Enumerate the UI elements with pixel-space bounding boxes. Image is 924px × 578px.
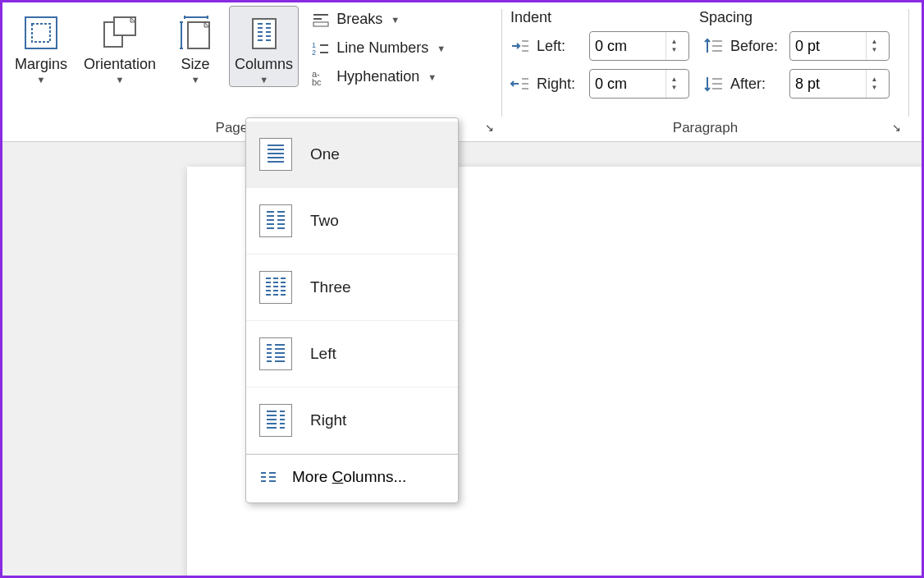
page-setup-launcher[interactable]: ↘ [482,122,496,136]
indent-left-input[interactable] [590,32,666,60]
indent-left-label: Left: [537,38,583,55]
indent-right-spinner[interactable]: ▲▼ [589,69,689,99]
more-columns-button[interactable]: More Columns... [246,454,458,499]
indent-left-icon [510,38,530,54]
svg-rect-0 [25,17,57,48]
spinner-up-icon[interactable]: ▲ [666,76,682,84]
indent-right-icon [510,76,530,92]
line-numbers-label: Line Numbers [336,39,428,57]
spacing-before-icon [704,38,724,54]
orientation-icon [99,10,140,56]
spacing-after-icon [704,76,724,92]
chevron-down-icon: ▼ [191,75,200,85]
columns-option-label: Three [310,278,351,296]
spacing-before-label: Before: [730,38,783,55]
two-column-icon [259,204,292,237]
line-numbers-icon: 1 2 [312,40,330,57]
breaks-icon [312,11,330,28]
columns-option-label: Right [310,411,346,429]
columns-button[interactable]: Columns ▼ [229,6,299,87]
right-column-icon [259,404,292,437]
size-icon [176,10,214,56]
paragraph-group: Indent Spacing Left: ▲▼ Before: ▲▼ [502,2,908,141]
more-columns-icon [259,470,277,484]
columns-option-three[interactable]: Three [246,255,458,321]
spacing-before-spinner[interactable]: ▲▼ [789,31,890,61]
spinner-down-icon[interactable]: ▼ [666,84,682,92]
orientation-label: Orientation [84,56,156,73]
margins-label: Margins [15,56,67,73]
margins-icon [22,10,60,56]
one-column-icon [259,138,292,171]
svg-rect-1 [32,24,50,42]
indent-header: Indent [510,9,699,26]
columns-dropdown: One Two Three Left Right More Columns... [245,117,459,503]
svg-text:2: 2 [312,48,316,57]
more-columns-label: More Columns... [292,468,406,486]
spacing-before-input[interactable] [790,32,866,60]
spinner-up-icon[interactable]: ▲ [867,76,882,84]
spinner-down-icon[interactable]: ▼ [867,46,882,54]
three-column-icon [259,271,292,304]
hyphenation-icon: a- bc [312,69,330,85]
columns-option-label: Two [310,212,339,230]
size-button[interactable]: Size ▼ [167,6,224,87]
left-column-icon [259,337,292,370]
spacing-header: Spacing [699,9,752,26]
svg-rect-24 [313,22,328,26]
spacing-after-spinner[interactable]: ▲▼ [789,69,890,99]
orientation-button[interactable]: Orientation ▼ [78,6,162,87]
spinner-down-icon[interactable]: ▼ [867,84,882,92]
columns-icon [248,10,281,56]
document-area [2,142,922,576]
hyphenation-label: Hyphenation [336,68,419,85]
columns-option-label: One [310,145,340,163]
chevron-down-icon: ▼ [437,44,446,53]
size-label: Size [181,56,210,73]
chevron-down-icon: ▼ [391,15,400,25]
spinner-down-icon[interactable]: ▼ [666,46,682,54]
line-numbers-button[interactable]: 1 2 Line Numbers ▼ [309,38,449,58]
breaks-label: Breaks [336,11,382,28]
indent-left-spinner[interactable]: ▲▼ [589,31,689,61]
paragraph-group-label: Paragraph [502,120,908,136]
columns-label: Columns [235,56,293,73]
spacing-after-label: After: [730,76,783,93]
group-divider [908,9,909,117]
hyphenation-button[interactable]: a- bc Hyphenation ▼ [309,67,449,87]
svg-rect-11 [253,19,276,48]
columns-option-one[interactable]: One [246,122,458,188]
chevron-down-icon: ▼ [37,75,46,85]
spacing-after-input[interactable] [790,70,866,98]
columns-option-label: Left [310,345,336,363]
chevron-down-icon: ▼ [116,75,125,85]
columns-option-left[interactable]: Left [246,321,458,388]
chevron-down-icon: ▼ [428,72,437,82]
spinner-up-icon[interactable]: ▲ [867,38,882,46]
breaks-button[interactable]: Breaks ▼ [309,9,449,30]
columns-option-right[interactable]: Right [246,388,458,454]
chevron-down-icon: ▼ [259,75,268,85]
margins-button[interactable]: Margins ▼ [9,6,73,87]
svg-text:bc: bc [312,77,322,85]
spinner-up-icon[interactable]: ▲ [666,38,682,46]
columns-option-two[interactable]: Two [246,188,458,255]
paragraph-launcher[interactable]: ↘ [889,122,903,136]
indent-right-label: Right: [537,76,583,93]
ribbon: Margins ▼ Orientation ▼ [2,2,922,142]
indent-right-input[interactable] [590,70,666,98]
